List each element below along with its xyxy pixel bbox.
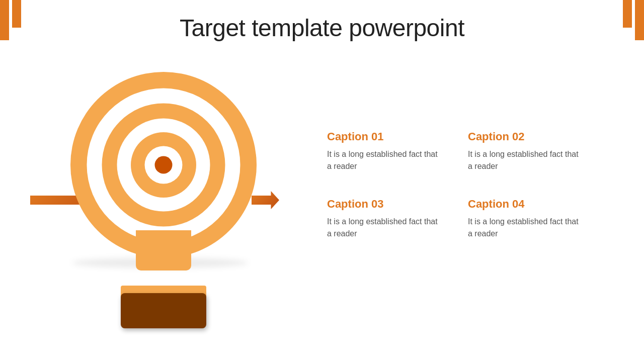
caption-02-title: Caption 02 bbox=[468, 130, 579, 143]
arrow-right bbox=[252, 191, 279, 209]
caption-02-text: It is a long established fact that a rea… bbox=[468, 148, 579, 172]
corner-decoration-top-left bbox=[0, 0, 21, 40]
caption-03-title: Caption 03 bbox=[327, 198, 438, 211]
bulb-stand bbox=[121, 293, 206, 328]
captions-area: Caption 01 It is a long established fact… bbox=[327, 130, 579, 240]
caption-03-text: It is a long established fact that a rea… bbox=[327, 216, 438, 240]
corner-decoration-top-right bbox=[623, 0, 644, 40]
page-title: Target template powerpoint bbox=[0, 0, 644, 42]
caption-item-03: Caption 03 It is a long established fact… bbox=[327, 198, 438, 240]
bulb-neck bbox=[136, 230, 191, 270]
caption-01-text: It is a long established fact that a rea… bbox=[327, 148, 438, 172]
circle-center bbox=[155, 156, 173, 174]
caption-04-text: It is a long established fact that a rea… bbox=[468, 216, 579, 240]
caption-item-02: Caption 02 It is a long established fact… bbox=[468, 130, 579, 172]
caption-item-01: Caption 01 It is a long established fact… bbox=[327, 130, 438, 172]
caption-04-title: Caption 04 bbox=[468, 198, 579, 211]
caption-item-04: Caption 04 It is a long established fact… bbox=[468, 198, 579, 240]
main-content: Caption 01 It is a long established fact… bbox=[0, 57, 644, 328]
target-illustration bbox=[30, 57, 297, 328]
caption-01-title: Caption 01 bbox=[327, 130, 438, 143]
